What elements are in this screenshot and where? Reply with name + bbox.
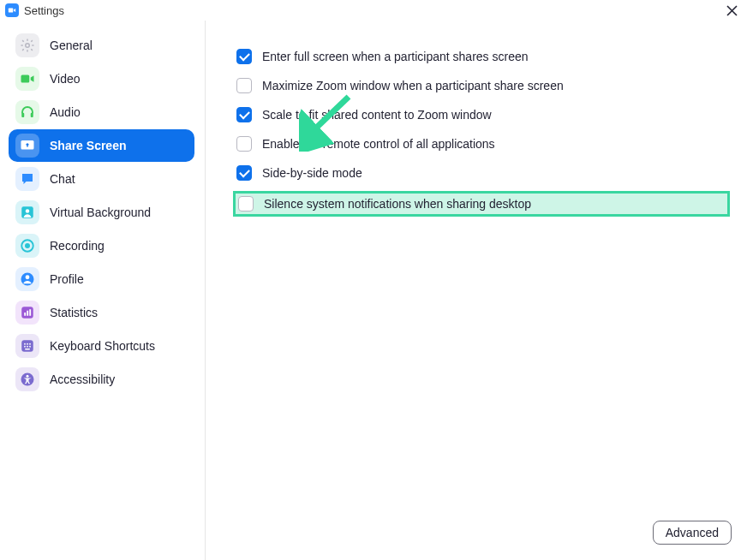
- titlebar: Settings: [0, 0, 747, 21]
- svg-point-9: [25, 243, 30, 248]
- profile-icon: [15, 267, 39, 291]
- option-label: Side-by-side mode: [262, 166, 362, 180]
- accessibility-icon: [15, 367, 39, 391]
- checkbox[interactable]: [236, 49, 252, 64]
- sidebar: GeneralVideoAudioShare ScreenChatVirtual…: [0, 21, 206, 560]
- svg-point-19: [29, 343, 31, 345]
- option-row: Scale to fit shared content to Zoom wind…: [236, 104, 730, 125]
- svg-point-20: [24, 346, 26, 348]
- sidebar-item-video[interactable]: Video: [9, 63, 194, 95]
- svg-rect-3: [21, 113, 24, 117]
- virtual-bg-icon: [15, 200, 39, 224]
- option-label: Scale to fit shared content to Zoom wind…: [262, 108, 492, 122]
- app-icon: [5, 3, 19, 17]
- svg-point-11: [26, 275, 30, 279]
- svg-point-1: [26, 44, 30, 48]
- svg-point-18: [27, 343, 28, 345]
- sidebar-item-label: Audio: [50, 105, 81, 119]
- sidebar-item-statistics[interactable]: Statistics: [9, 296, 194, 329]
- checkbox[interactable]: [236, 107, 252, 122]
- sidebar-item-general[interactable]: General: [9, 29, 194, 62]
- svg-point-17: [24, 343, 26, 345]
- svg-rect-15: [29, 309, 31, 316]
- option-label: Enable the remote control of all applica…: [262, 137, 495, 151]
- sidebar-item-label: General: [50, 39, 93, 52]
- advanced-button[interactable]: Advanced: [653, 521, 732, 545]
- sidebar-item-label: Profile: [50, 272, 84, 286]
- gear-icon: [15, 33, 39, 57]
- sidebar-item-profile[interactable]: Profile: [9, 263, 194, 295]
- option-row: Side-by-side mode: [236, 163, 730, 183]
- sidebar-item-label: Virtual Background: [50, 206, 151, 219]
- option-row: Enable the remote control of all applica…: [236, 134, 730, 154]
- sidebar-item-label: Recording: [50, 239, 105, 253]
- svg-rect-4: [31, 113, 33, 117]
- svg-point-22: [29, 346, 31, 348]
- window-title: Settings: [24, 4, 64, 17]
- option-label: Enter full screen when a participant sha…: [262, 50, 529, 63]
- main-panel: Enter full screen when a participant sha…: [206, 21, 747, 560]
- close-icon[interactable]: [723, 2, 740, 19]
- option-row: Maximize Zoom window when a participant …: [236, 75, 730, 96]
- svg-point-25: [27, 375, 29, 378]
- sidebar-item-keyboard-shortcuts[interactable]: Keyboard Shortcuts: [9, 330, 194, 362]
- checkbox[interactable]: [238, 196, 254, 211]
- sidebar-item-label: Accessibility: [50, 372, 115, 386]
- sidebar-item-share-screen[interactable]: Share Screen: [9, 129, 194, 162]
- svg-rect-13: [24, 313, 26, 316]
- sidebar-item-label: Chat: [50, 172, 75, 186]
- keyboard-icon: [15, 334, 39, 358]
- sidebar-item-label: Video: [50, 72, 81, 86]
- svg-rect-0: [9, 9, 13, 13]
- video-icon: [15, 67, 39, 91]
- svg-rect-14: [27, 311, 28, 316]
- svg-rect-23: [25, 349, 30, 350]
- option-row: Enter full screen when a participant sha…: [236, 46, 730, 67]
- sidebar-item-label: Statistics: [50, 306, 98, 319]
- chat-icon: [15, 167, 39, 191]
- checkbox[interactable]: [236, 136, 252, 152]
- sidebar-item-label: Keyboard Shortcuts: [50, 339, 155, 353]
- checkbox[interactable]: [236, 165, 252, 181]
- sidebar-item-audio[interactable]: Audio: [9, 96, 194, 128]
- sidebar-item-label: Share Screen: [50, 139, 127, 152]
- checkbox[interactable]: [236, 78, 252, 93]
- option-row: Silence system notifications when sharin…: [233, 191, 730, 217]
- svg-point-21: [27, 346, 28, 348]
- headphones-icon: [15, 100, 39, 124]
- sidebar-item-virtual-background[interactable]: Virtual Background: [9, 196, 194, 229]
- sidebar-item-chat[interactable]: Chat: [9, 163, 194, 195]
- sidebar-item-accessibility[interactable]: Accessibility: [9, 363, 194, 396]
- svg-rect-2: [21, 75, 30, 83]
- record-icon: [15, 234, 39, 258]
- option-label: Maximize Zoom window when a participant …: [262, 79, 564, 92]
- sidebar-item-recording[interactable]: Recording: [9, 229, 194, 262]
- option-label: Silence system notifications when sharin…: [264, 197, 531, 211]
- stats-icon: [15, 301, 39, 325]
- svg-point-7: [26, 209, 30, 213]
- share-screen-icon: [15, 134, 39, 158]
